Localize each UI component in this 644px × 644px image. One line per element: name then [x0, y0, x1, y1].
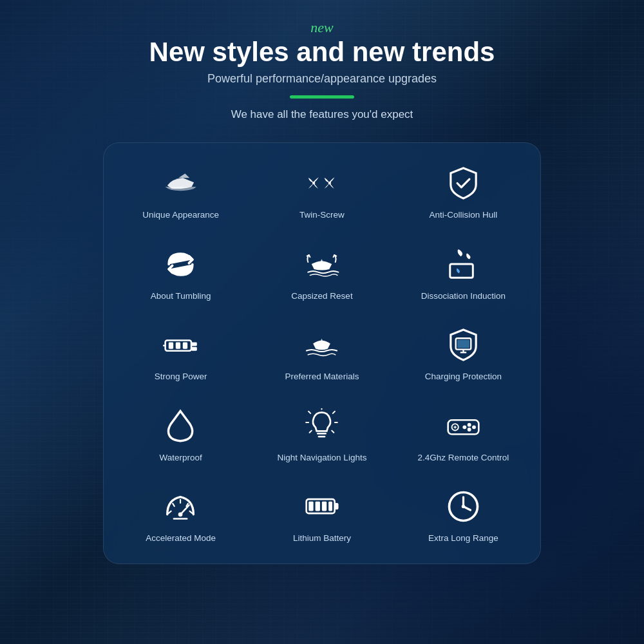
- svg-point-28: [472, 425, 476, 429]
- feature-extra-long-range: Extra Long Range: [396, 479, 531, 551]
- feature-lithium-battery: Lithium Battery: [254, 479, 389, 551]
- subtitle: Powerful performance/appearance upgrades: [13, 72, 631, 86]
- svg-rect-8: [191, 347, 197, 351]
- clock-icon: [442, 486, 484, 527]
- boat-flip-icon: [301, 243, 343, 285]
- water-drop-box-icon: [442, 243, 484, 285]
- svg-rect-41: [316, 502, 320, 511]
- battery-icon: [301, 486, 343, 527]
- svg-point-30: [462, 425, 466, 429]
- charging-protection-label: Charging Protection: [425, 371, 502, 383]
- feature-preferred-materials: Preferred Materials: [254, 317, 389, 389]
- feature-about-tumbling: About Tumbling: [113, 237, 248, 308]
- remote-control-label: 2.4Ghz Remote Control: [417, 452, 509, 464]
- svg-line-32: [173, 504, 175, 506]
- fan-icon: [301, 162, 343, 204]
- rotate-icon: [160, 243, 202, 285]
- feature-night-navigation: Night Navigation Lights: [254, 399, 389, 470]
- features-grid: Unique Appearance: [113, 156, 531, 551]
- header-section: new New styles and new trends Powerful p…: [13, 19, 631, 133]
- feature-waterproof: Waterproof: [113, 399, 248, 470]
- night-navigation-label: Night Navigation Lights: [278, 452, 367, 464]
- features-tagline: We have all the features you'd expect: [13, 108, 631, 121]
- preferred-materials-label: Preferred Materials: [285, 371, 359, 383]
- feature-dissociation: Dissociation Induction: [396, 237, 531, 308]
- svg-rect-39: [335, 503, 339, 509]
- svg-point-27: [468, 423, 471, 427]
- svg-line-31: [169, 511, 171, 513]
- anti-collision-label: Anti-Collision Hull: [429, 209, 497, 221]
- feature-unique-appearance: Unique Appearance: [113, 156, 248, 227]
- boat-float-icon: [301, 324, 343, 366]
- feature-capsized-reset: Capsized Reset: [254, 237, 389, 308]
- accelerated-mode-label: Accelerated Mode: [146, 533, 216, 544]
- svg-rect-5: [176, 343, 180, 349]
- feature-twin-screw: Twin-Screw: [254, 156, 389, 227]
- dissociation-label: Dissociation Induction: [421, 290, 506, 302]
- twin-screw-label: Twin-Screw: [299, 209, 345, 221]
- about-tumbling-label: About Tumbling: [151, 290, 211, 302]
- lithium-battery-label: Lithium Battery: [293, 533, 351, 544]
- feature-remote-control: 2.4Ghz Remote Control: [396, 399, 531, 470]
- svg-line-21: [310, 430, 312, 432]
- feature-strong-power: Strong Power: [113, 317, 248, 389]
- main-title: New styles and new trends: [13, 37, 631, 67]
- strong-power-label: Strong Power: [155, 371, 207, 383]
- page-container: new New styles and new trends Powerful p…: [0, 0, 644, 644]
- feature-charging-protection: Charging Protection: [396, 317, 531, 389]
- remote-icon: [442, 405, 484, 447]
- lightbulb-icon: [301, 405, 343, 447]
- extra-long-range-label: Extra Long Range: [428, 533, 498, 544]
- unique-appearance-label: Unique Appearance: [142, 209, 219, 221]
- svg-point-29: [468, 428, 471, 431]
- svg-rect-2: [450, 264, 473, 278]
- svg-rect-43: [329, 502, 333, 511]
- speedometer-icon: [160, 486, 202, 527]
- svg-point-37: [178, 513, 183, 517]
- svg-rect-7: [191, 343, 197, 346]
- svg-rect-42: [322, 502, 327, 511]
- feature-accelerated-mode: Accelerated Mode: [113, 479, 248, 551]
- shield-charge-icon: [442, 324, 484, 366]
- svg-line-35: [190, 511, 193, 513]
- new-tag: new: [13, 19, 631, 36]
- droplet-icon: [160, 405, 202, 447]
- svg-rect-6: [183, 343, 187, 349]
- svg-line-22: [332, 430, 334, 432]
- green-bar: [290, 95, 354, 99]
- svg-line-17: [309, 412, 311, 413]
- boat-icon: [160, 162, 202, 204]
- features-card: Unique Appearance: [103, 142, 541, 564]
- svg-line-18: [333, 412, 335, 413]
- waterproof-label: Waterproof: [160, 452, 202, 464]
- svg-rect-40: [309, 502, 314, 511]
- svg-rect-4: [169, 343, 173, 349]
- feature-anti-collision: Anti-Collision Hull: [396, 156, 531, 227]
- motor-icon: [160, 324, 202, 366]
- svg-rect-11: [457, 340, 469, 348]
- svg-point-47: [462, 505, 466, 509]
- shield-check-icon: [442, 162, 484, 204]
- capsized-reset-label: Capsized Reset: [291, 290, 352, 302]
